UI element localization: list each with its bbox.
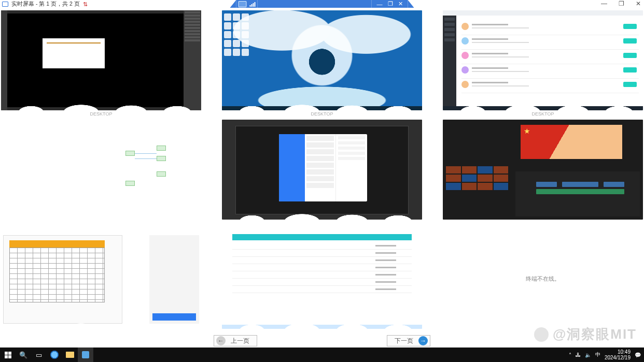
screen-thumb[interactable] (1, 10, 201, 110)
screen-caption: DESKTOP (1, 110, 201, 118)
screens-grid: DESKTOP DESKTOP DESKTOP (0, 10, 644, 336)
prev-page-label: 上一页 (231, 337, 249, 345)
minimize-button[interactable]: — (601, 0, 607, 8)
explorer-button[interactable] (62, 347, 78, 362)
search-button[interactable]: 🔍 (16, 347, 31, 362)
offline-label: 终端不在线。 (526, 275, 560, 283)
inner-close-button[interactable]: ✕ (398, 1, 403, 7)
windows-taskbar: 🔍 ▭ ˄ 🖧 🔈 中 10:49 2024/12/19 💬 (0, 347, 644, 362)
arrow-left-icon: ← (216, 336, 226, 345)
screen-cell[interactable] (222, 120, 422, 227)
screen-caption: DESKTOP (443, 110, 643, 118)
screen-thumb-offline[interactable]: 终端不在线。 (443, 229, 643, 329)
taskbar-clock[interactable]: 10:49 2024/12/19 (605, 349, 631, 360)
screen-caption (1, 220, 201, 227)
screen-cell[interactable]: DESKTOP (222, 10, 422, 118)
signal-icon (250, 2, 256, 7)
ribbon-view-icon[interactable] (239, 1, 247, 7)
screen-thumb[interactable] (1, 120, 201, 220)
app-icon (2, 2, 8, 7)
screen-thumb[interactable] (443, 10, 643, 110)
screen-cell[interactable] (222, 229, 422, 336)
outer-window-controls: — ❐ ✕ (601, 0, 641, 8)
next-page-label: 下一页 (395, 337, 413, 345)
arrow-right-icon: → (418, 336, 428, 345)
screen-caption (443, 220, 643, 227)
inner-restore-button[interactable]: ❐ (388, 1, 393, 7)
inner-minimize-button[interactable]: — (377, 1, 383, 7)
screen-caption: DESKTOP (222, 110, 422, 118)
next-page-button[interactable]: 下一页 → (387, 335, 430, 346)
screen-thumb[interactable]: ★ (443, 120, 643, 220)
system-tray: ˄ 🖧 🔈 中 10:49 2024/12/19 💬 (569, 349, 644, 360)
screen-thumb[interactable] (222, 229, 422, 329)
screen-caption (222, 220, 422, 227)
screen-thumb[interactable] (222, 120, 422, 220)
app-taskbar-button[interactable] (78, 347, 93, 362)
screen-cell[interactable] (1, 120, 201, 227)
screen-thumb[interactable] (1, 229, 201, 329)
pager: ← 上一页 下一页 → (0, 334, 644, 347)
ie-button[interactable] (47, 347, 62, 362)
close-button[interactable]: ✕ (636, 0, 641, 8)
clock-date: 2024/12/19 (605, 355, 631, 360)
ribbon-bar: — ❐ ✕ (230, 0, 414, 8)
task-view-button[interactable]: ▭ (31, 347, 47, 362)
tray-chevron-icon[interactable]: ˄ (569, 352, 571, 358)
screen-cell[interactable]: DESKTOP (1, 10, 201, 118)
start-button[interactable] (0, 347, 16, 362)
app-title: 实时屏幕 - 第 1 页，共 2 页 (11, 1, 80, 8)
action-center-icon[interactable]: 💬 (635, 352, 641, 358)
tray-volume-icon[interactable]: 🔈 (585, 352, 591, 358)
screen-cell[interactable]: ★ (443, 120, 643, 227)
star-icon: ★ (524, 127, 530, 135)
screen-thumb[interactable] (222, 10, 422, 110)
prev-page-button[interactable]: ← 上一页 (214, 335, 257, 346)
screen-cell[interactable]: DESKTOP (443, 10, 643, 118)
tray-network-icon[interactable]: 🖧 (576, 352, 581, 358)
tray-ime-icon[interactable]: 中 (595, 351, 600, 358)
maximize-button[interactable]: ❐ (619, 0, 624, 8)
packet-loss-icon: ⇅ (83, 1, 88, 7)
screen-cell[interactable] (1, 229, 201, 336)
clock-time: 10:49 (605, 349, 631, 355)
screen-cell[interactable]: 终端不在线。 (443, 229, 643, 336)
